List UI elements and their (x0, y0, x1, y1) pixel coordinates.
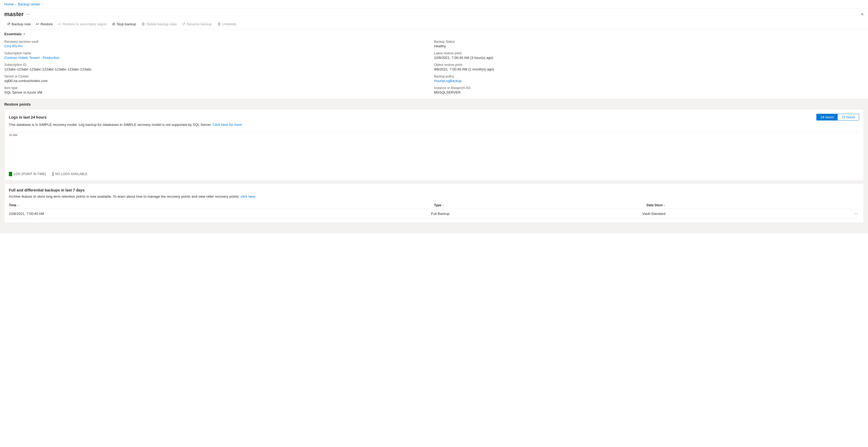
close-button[interactable]: × (861, 11, 864, 17)
logs-click-here-link-text[interactable]: Click here for more (213, 123, 242, 127)
essentials-vault-value[interactable]: CH1-RV-Pri (4, 44, 23, 48)
essentials-item-type-value: SQL Server in Azure VM (4, 90, 42, 94)
sort-icon-data-store: ↕ (664, 204, 665, 207)
full-backups-card: Full and differential backups in last 7 … (4, 183, 864, 223)
legend-item-log: LOG (POINT IN TIME) (9, 172, 46, 176)
th-data-store[interactable]: Data Store ↕ (647, 203, 859, 207)
page-title: master (4, 11, 24, 18)
archive-link[interactable]: click here. (241, 195, 256, 199)
essentials-vault-label: Recovery services vault (4, 40, 434, 43)
essentials-item-vault: Recovery services vault CH1-RV-Pri (4, 40, 434, 48)
full-backups-title: Full and differential backups in last 7 … (9, 188, 859, 192)
td-type: Full Backup (431, 211, 642, 216)
backup-now-icon: ↺ (7, 22, 10, 26)
backup-now-button[interactable]: ↺ Backup now (4, 21, 33, 27)
undelete-icon: 🗑 (217, 22, 221, 26)
delete-backup-button[interactable]: 🗑 Delete backup data (139, 21, 179, 27)
essentials-item-type: Item type SQL Server in Azure VM (4, 86, 434, 94)
breadcrumb-sep-1: › (15, 3, 17, 6)
legend-item-no-logs: NO LOGS AVAILABLE (51, 172, 87, 176)
essentials-instance-value: MSSQLSERVER (434, 90, 461, 94)
restore-icon: ↩ (36, 22, 39, 26)
essentials-grid: Recovery services vault CH1-RV-Pri Subsc… (0, 39, 868, 99)
archive-notice: Archive feature to store long term reten… (9, 195, 859, 199)
row-more-button[interactable]: ··· (854, 211, 859, 216)
essentials-collapse-icon: ∧ (23, 32, 25, 36)
stop-backup-button[interactable]: ⊘ Stop backup (110, 21, 139, 27)
essentials-backup-policy-label: Backup policy (434, 74, 864, 78)
breadcrumb: Home › Backup center › (0, 0, 868, 9)
essentials-latest-restore-label: Latest restore point (434, 51, 864, 55)
restore-label: Restore (41, 22, 53, 26)
essentials-item-backup-status: Backup Status Healthy (434, 40, 864, 48)
sort-icon-time: ↕ (18, 204, 19, 207)
resume-backup-button[interactable]: ↺ Resume backup (179, 21, 215, 27)
th-type[interactable]: Type ↕ (434, 203, 647, 207)
restore-points-title: Restore points (4, 102, 864, 107)
essentials-backup-policy-value[interactable]: HourlyLogBackup (434, 79, 462, 83)
timeline-legend: LOG (POINT IN TIME) NO LOGS AVAILABLE (9, 170, 859, 176)
logs-message: This database is in SIMPLE recovery mode… (9, 123, 859, 127)
restore-points-section: Restore points Logs in last 24 hours 24 … (0, 99, 868, 234)
essentials-col-left: Recovery services vault CH1-RV-Pri Subsc… (4, 39, 434, 95)
sort-icon-type: ↕ (442, 204, 444, 207)
legend-color-gray (53, 172, 54, 176)
table-row: 10/8/2021, 7:00:40 AM Full Backup Vault-… (9, 209, 859, 218)
stop-backup-label: Stop backup (117, 22, 136, 26)
timeline-label: 30 AM (9, 133, 17, 137)
essentials-sub-id-label: Subscription ID (4, 63, 434, 67)
essentials-backup-status-label: Backup Status (434, 40, 864, 43)
essentials-server-value: sql00.na.contosohotels.com (4, 79, 48, 83)
legend-label-log: LOG (POINT IN TIME) (14, 172, 46, 176)
restore-button[interactable]: ↩ Restore (33, 21, 56, 27)
table-header: Time ↕ Type ↕ Data Store ↕ (9, 202, 859, 209)
timeline-area: 30 AM (9, 132, 859, 167)
td-time: 10/8/2021, 7:00:40 AM (9, 211, 431, 216)
essentials-section: Essentials ∧ Recovery services vault CH1… (0, 29, 868, 99)
essentials-backup-status-value: Healthy (434, 44, 446, 48)
essentials-oldest-restore-label: Oldest restore point (434, 63, 864, 67)
essentials-item-type-label: Item type (4, 86, 434, 90)
essentials-item-oldest-restore: Oldest restore point 9/8/2021, 7:00:40 A… (434, 63, 864, 71)
time-toggle-72h[interactable]: 72 hours (838, 114, 859, 120)
essentials-oldest-restore-value: 9/8/2021, 7:00:40 AM (1 month(s) ago) (434, 67, 494, 71)
essentials-instance-label: Instance or AlwaysOn AG (434, 86, 864, 90)
legend-label-no-logs: NO LOGS AVAILABLE (55, 172, 87, 176)
th-time[interactable]: Time ↕ (9, 203, 434, 207)
toolbar: ↺ Backup now ↩ Restore ↩ Restore to seco… (0, 19, 868, 29)
more-options-icon[interactable]: ··· (26, 11, 30, 17)
td-more[interactable]: ··· (854, 211, 859, 216)
restore-secondary-label: Restore to secondary region (63, 22, 106, 26)
essentials-item-subscription-name: Subscription name Contoso Hotels Tenant … (4, 51, 434, 60)
restore-secondary-icon: ↩ (58, 22, 61, 26)
breadcrumb-backup-center[interactable]: Backup center (18, 2, 40, 6)
stop-backup-icon: ⊘ (112, 22, 115, 26)
essentials-item-latest-restore: Latest restore point 10/8/2021, 7:00:40 … (434, 51, 864, 60)
essentials-sub-name-label: Subscription name (4, 51, 434, 55)
essentials-title: Essentials (4, 32, 22, 36)
essentials-latest-restore-value: 10/8/2021, 7:00:40 AM (3 hour(s) ago) (434, 56, 493, 60)
essentials-server-label: Server or Cluster (4, 74, 434, 78)
legend-color-green (9, 172, 12, 176)
undelete-label: Undelete (222, 22, 236, 26)
delete-backup-label: Delete backup data (147, 22, 177, 26)
backup-now-label: Backup now (11, 22, 31, 26)
essentials-item-server: Server or Cluster sql00.na.contosohotels… (4, 74, 434, 83)
undelete-button[interactable]: 🗑 Undelete (215, 21, 239, 27)
logs-card-title: Logs in last 24 hours (9, 115, 46, 119)
essentials-header[interactable]: Essentials ∧ (0, 29, 868, 39)
logs-card-header: Logs in last 24 hours 24 hours 72 hours (9, 114, 859, 120)
breadcrumb-sep-2: › (42, 3, 43, 6)
essentials-sub-id-value: 123abc-123abc-123abc-123abc-123abc-123ab… (4, 67, 92, 71)
essentials-sub-name-value[interactable]: Contoso Hotels Tenant - Production (4, 56, 59, 60)
resume-backup-label: Resume backup (187, 22, 212, 26)
essentials-col-right: Backup Status Healthy Latest restore poi… (434, 39, 864, 95)
time-toggle-24h[interactable]: 24 hours (817, 114, 838, 120)
td-data-store: Vault-Standard (642, 211, 853, 216)
delete-backup-icon: 🗑 (142, 22, 145, 26)
breadcrumb-home[interactable]: Home (4, 2, 14, 6)
resume-backup-icon: ↺ (182, 22, 185, 26)
essentials-item-subscription-id: Subscription ID 123abc-123abc-123abc-123… (4, 63, 434, 71)
restore-secondary-button[interactable]: ↩ Restore to secondary region (55, 21, 109, 27)
essentials-item-instance: Instance or AlwaysOn AG MSSQLSERVER (434, 86, 864, 94)
